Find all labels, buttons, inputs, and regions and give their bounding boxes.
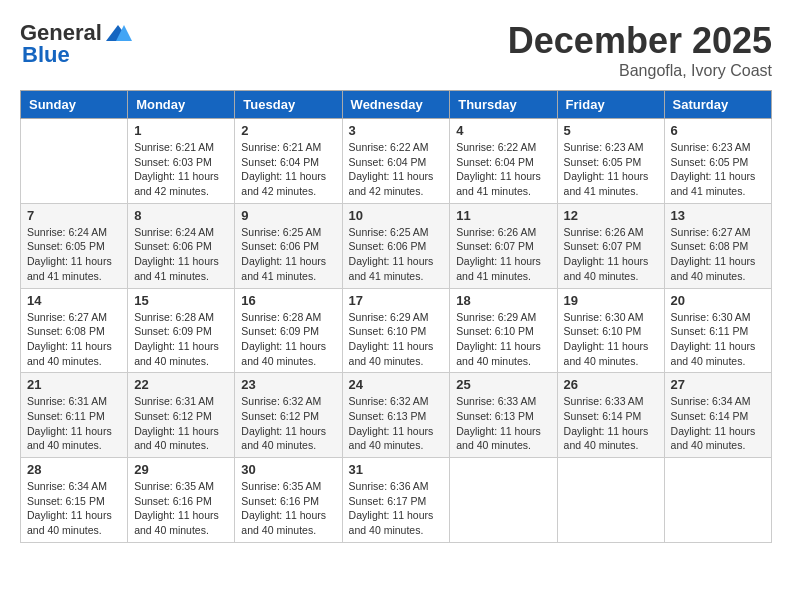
weekday-header-row: SundayMondayTuesdayWednesdayThursdayFrid…: [21, 91, 772, 119]
calendar-cell: 19Sunrise: 6:30 AM Sunset: 6:10 PM Dayli…: [557, 288, 664, 373]
day-number: 20: [671, 293, 765, 308]
calendar-cell: 14Sunrise: 6:27 AM Sunset: 6:08 PM Dayli…: [21, 288, 128, 373]
calendar-cell: [450, 458, 557, 543]
day-number: 22: [134, 377, 228, 392]
day-number: 11: [456, 208, 550, 223]
day-info: Sunrise: 6:31 AM Sunset: 6:12 PM Dayligh…: [134, 394, 228, 453]
calendar-cell: [664, 458, 771, 543]
day-info: Sunrise: 6:29 AM Sunset: 6:10 PM Dayligh…: [456, 310, 550, 369]
day-info: Sunrise: 6:33 AM Sunset: 6:13 PM Dayligh…: [456, 394, 550, 453]
calendar-week-row: 21Sunrise: 6:31 AM Sunset: 6:11 PM Dayli…: [21, 373, 772, 458]
day-info: Sunrise: 6:21 AM Sunset: 6:04 PM Dayligh…: [241, 140, 335, 199]
day-number: 1: [134, 123, 228, 138]
day-number: 31: [349, 462, 444, 477]
calendar-week-row: 1Sunrise: 6:21 AM Sunset: 6:03 PM Daylig…: [21, 119, 772, 204]
day-number: 2: [241, 123, 335, 138]
day-number: 19: [564, 293, 658, 308]
calendar-cell: 29Sunrise: 6:35 AM Sunset: 6:16 PM Dayli…: [128, 458, 235, 543]
day-info: Sunrise: 6:26 AM Sunset: 6:07 PM Dayligh…: [456, 225, 550, 284]
day-number: 25: [456, 377, 550, 392]
day-number: 18: [456, 293, 550, 308]
calendar-cell: 10Sunrise: 6:25 AM Sunset: 6:06 PM Dayli…: [342, 203, 450, 288]
day-info: Sunrise: 6:25 AM Sunset: 6:06 PM Dayligh…: [349, 225, 444, 284]
weekday-header-wednesday: Wednesday: [342, 91, 450, 119]
day-info: Sunrise: 6:28 AM Sunset: 6:09 PM Dayligh…: [241, 310, 335, 369]
day-number: 16: [241, 293, 335, 308]
calendar-cell: 5Sunrise: 6:23 AM Sunset: 6:05 PM Daylig…: [557, 119, 664, 204]
calendar-cell: [21, 119, 128, 204]
calendar-cell: 27Sunrise: 6:34 AM Sunset: 6:14 PM Dayli…: [664, 373, 771, 458]
calendar-cell: 16Sunrise: 6:28 AM Sunset: 6:09 PM Dayli…: [235, 288, 342, 373]
day-number: 26: [564, 377, 658, 392]
day-info: Sunrise: 6:26 AM Sunset: 6:07 PM Dayligh…: [564, 225, 658, 284]
day-number: 10: [349, 208, 444, 223]
calendar-cell: 21Sunrise: 6:31 AM Sunset: 6:11 PM Dayli…: [21, 373, 128, 458]
location-subtitle: Bangofla, Ivory Coast: [508, 62, 772, 80]
day-info: Sunrise: 6:25 AM Sunset: 6:06 PM Dayligh…: [241, 225, 335, 284]
calendar-cell: 1Sunrise: 6:21 AM Sunset: 6:03 PM Daylig…: [128, 119, 235, 204]
calendar-cell: 28Sunrise: 6:34 AM Sunset: 6:15 PM Dayli…: [21, 458, 128, 543]
page-header: General Blue December 2025 Bangofla, Ivo…: [20, 20, 772, 80]
day-info: Sunrise: 6:36 AM Sunset: 6:17 PM Dayligh…: [349, 479, 444, 538]
weekday-header-thursday: Thursday: [450, 91, 557, 119]
day-number: 5: [564, 123, 658, 138]
calendar-week-row: 28Sunrise: 6:34 AM Sunset: 6:15 PM Dayli…: [21, 458, 772, 543]
day-info: Sunrise: 6:31 AM Sunset: 6:11 PM Dayligh…: [27, 394, 121, 453]
day-number: 9: [241, 208, 335, 223]
calendar-cell: 11Sunrise: 6:26 AM Sunset: 6:07 PM Dayli…: [450, 203, 557, 288]
calendar-cell: 4Sunrise: 6:22 AM Sunset: 6:04 PM Daylig…: [450, 119, 557, 204]
day-info: Sunrise: 6:34 AM Sunset: 6:14 PM Dayligh…: [671, 394, 765, 453]
day-number: 14: [27, 293, 121, 308]
calendar-cell: 6Sunrise: 6:23 AM Sunset: 6:05 PM Daylig…: [664, 119, 771, 204]
month-year-title: December 2025: [508, 20, 772, 62]
day-info: Sunrise: 6:21 AM Sunset: 6:03 PM Dayligh…: [134, 140, 228, 199]
title-block: December 2025 Bangofla, Ivory Coast: [508, 20, 772, 80]
day-number: 30: [241, 462, 335, 477]
calendar-cell: 3Sunrise: 6:22 AM Sunset: 6:04 PM Daylig…: [342, 119, 450, 204]
weekday-header-saturday: Saturday: [664, 91, 771, 119]
day-number: 4: [456, 123, 550, 138]
calendar-cell: 12Sunrise: 6:26 AM Sunset: 6:07 PM Dayli…: [557, 203, 664, 288]
calendar-cell: 26Sunrise: 6:33 AM Sunset: 6:14 PM Dayli…: [557, 373, 664, 458]
day-number: 29: [134, 462, 228, 477]
day-number: 17: [349, 293, 444, 308]
day-number: 3: [349, 123, 444, 138]
calendar-cell: 7Sunrise: 6:24 AM Sunset: 6:05 PM Daylig…: [21, 203, 128, 288]
day-info: Sunrise: 6:22 AM Sunset: 6:04 PM Dayligh…: [349, 140, 444, 199]
day-info: Sunrise: 6:35 AM Sunset: 6:16 PM Dayligh…: [134, 479, 228, 538]
day-number: 13: [671, 208, 765, 223]
day-number: 28: [27, 462, 121, 477]
calendar-cell: 13Sunrise: 6:27 AM Sunset: 6:08 PM Dayli…: [664, 203, 771, 288]
day-info: Sunrise: 6:30 AM Sunset: 6:10 PM Dayligh…: [564, 310, 658, 369]
day-number: 24: [349, 377, 444, 392]
calendar-cell: 23Sunrise: 6:32 AM Sunset: 6:12 PM Dayli…: [235, 373, 342, 458]
calendar-cell: 17Sunrise: 6:29 AM Sunset: 6:10 PM Dayli…: [342, 288, 450, 373]
day-number: 12: [564, 208, 658, 223]
day-number: 23: [241, 377, 335, 392]
day-info: Sunrise: 6:23 AM Sunset: 6:05 PM Dayligh…: [564, 140, 658, 199]
day-info: Sunrise: 6:32 AM Sunset: 6:13 PM Dayligh…: [349, 394, 444, 453]
day-info: Sunrise: 6:27 AM Sunset: 6:08 PM Dayligh…: [671, 225, 765, 284]
calendar-cell: 15Sunrise: 6:28 AM Sunset: 6:09 PM Dayli…: [128, 288, 235, 373]
day-info: Sunrise: 6:24 AM Sunset: 6:06 PM Dayligh…: [134, 225, 228, 284]
calendar-cell: 25Sunrise: 6:33 AM Sunset: 6:13 PM Dayli…: [450, 373, 557, 458]
day-info: Sunrise: 6:32 AM Sunset: 6:12 PM Dayligh…: [241, 394, 335, 453]
day-number: 8: [134, 208, 228, 223]
weekday-header-monday: Monday: [128, 91, 235, 119]
day-number: 6: [671, 123, 765, 138]
weekday-header-tuesday: Tuesday: [235, 91, 342, 119]
calendar-cell: 9Sunrise: 6:25 AM Sunset: 6:06 PM Daylig…: [235, 203, 342, 288]
calendar-cell: 2Sunrise: 6:21 AM Sunset: 6:04 PM Daylig…: [235, 119, 342, 204]
calendar-cell: 20Sunrise: 6:30 AM Sunset: 6:11 PM Dayli…: [664, 288, 771, 373]
logo-blue: Blue: [20, 42, 70, 68]
day-number: 15: [134, 293, 228, 308]
day-info: Sunrise: 6:23 AM Sunset: 6:05 PM Dayligh…: [671, 140, 765, 199]
day-info: Sunrise: 6:30 AM Sunset: 6:11 PM Dayligh…: [671, 310, 765, 369]
calendar-cell: 8Sunrise: 6:24 AM Sunset: 6:06 PM Daylig…: [128, 203, 235, 288]
calendar-cell: 24Sunrise: 6:32 AM Sunset: 6:13 PM Dayli…: [342, 373, 450, 458]
calendar-week-row: 7Sunrise: 6:24 AM Sunset: 6:05 PM Daylig…: [21, 203, 772, 288]
calendar-cell: 18Sunrise: 6:29 AM Sunset: 6:10 PM Dayli…: [450, 288, 557, 373]
calendar-cell: 31Sunrise: 6:36 AM Sunset: 6:17 PM Dayli…: [342, 458, 450, 543]
calendar-table: SundayMondayTuesdayWednesdayThursdayFrid…: [20, 90, 772, 543]
logo-icon: [104, 23, 132, 43]
